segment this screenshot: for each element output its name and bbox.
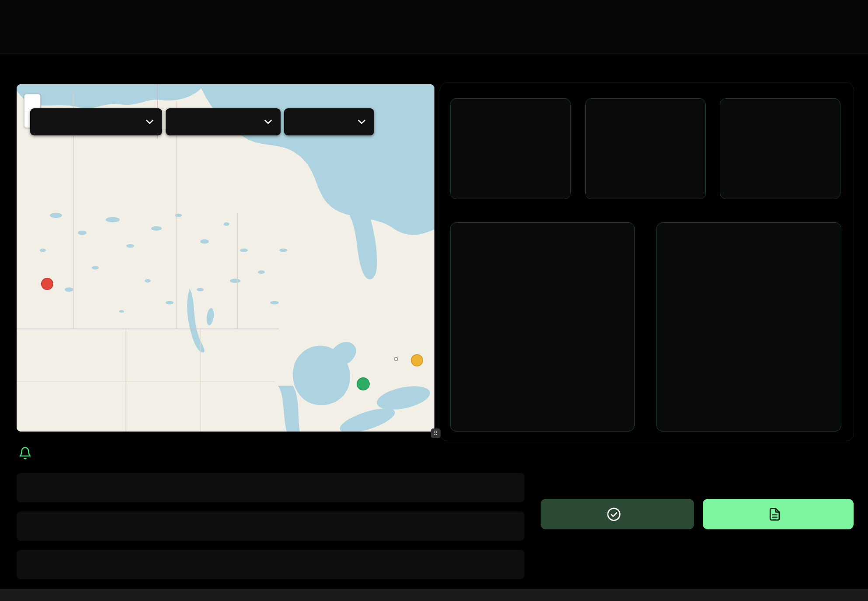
footer-bar (0, 589, 868, 601)
alert-list-item[interactable] (17, 473, 524, 502)
map-filter-bar (30, 108, 374, 135)
stat-card-critical-tanks (585, 98, 706, 199)
tank-status-donut-chart (451, 223, 635, 432)
region-filter-dropdown[interactable] (30, 108, 162, 135)
acknowledge-all-button[interactable] (541, 499, 694, 529)
resize-handle-icon[interactable]: ⠿ (431, 428, 441, 438)
regional-consumption-bar-chart (657, 223, 842, 432)
stat-card-total-fuel (450, 98, 571, 199)
chevron-down-icon (146, 120, 153, 124)
chevron-down-icon (264, 120, 272, 124)
tank-status-card (450, 222, 635, 432)
generate-report-button[interactable] (703, 499, 854, 529)
tank-marker-normal[interactable] (357, 377, 370, 390)
stat-card-avg-depletion (720, 98, 840, 199)
chevron-down-icon (358, 120, 365, 124)
regional-consumption-card (656, 222, 841, 432)
fuel-type-filter-dropdown[interactable] (166, 108, 281, 135)
map-panel[interactable] (17, 84, 434, 432)
tank-marker-critical[interactable] (41, 278, 53, 290)
status-filter-dropdown[interactable] (284, 108, 374, 135)
tank-marker-warning[interactable] (411, 354, 423, 366)
ottawa-city-dot (394, 357, 398, 361)
alert-list-item[interactable] (17, 550, 524, 579)
app-header (0, 0, 868, 54)
alerts-header (18, 446, 38, 460)
map-canvas (17, 84, 434, 432)
alert-list-item[interactable] (17, 511, 524, 541)
document-icon (768, 508, 781, 521)
main-nav (745, 0, 843, 54)
check-circle-icon (607, 507, 621, 522)
bell-icon (18, 446, 32, 460)
